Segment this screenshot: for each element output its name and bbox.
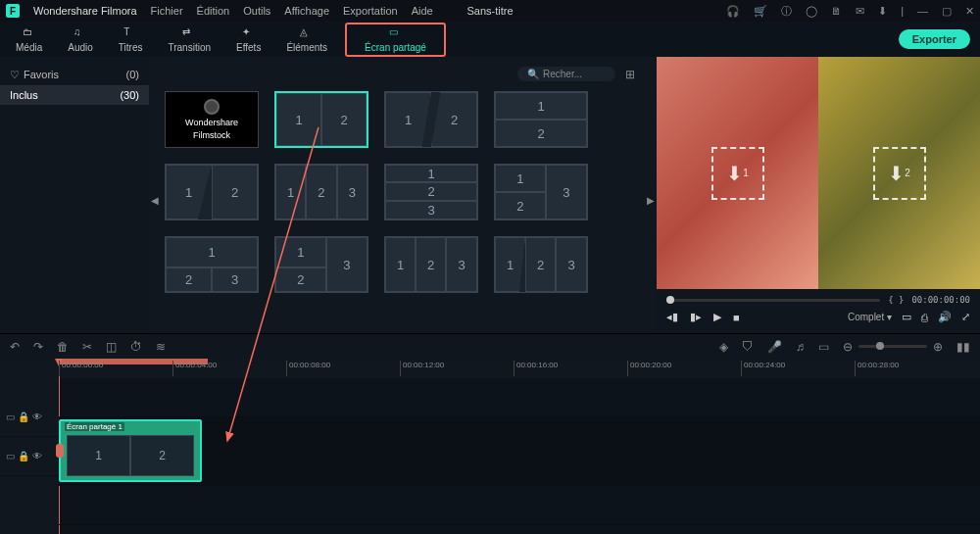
template-cell: 1: [166, 237, 258, 267]
mixer-icon[interactable]: ♬: [796, 340, 805, 354]
cart-icon[interactable]: 🛒: [754, 5, 767, 18]
template-split-diag-2[interactable]: 1 2: [384, 91, 478, 148]
clip-split-screen[interactable]: Écran partagé 1 1 2: [59, 419, 202, 482]
ruler-tick: 00:00:24:00: [741, 361, 785, 376]
speed-icon[interactable]: ⏱: [130, 340, 142, 354]
template-2x1-plus1[interactable]: 1 2 3: [494, 164, 588, 220]
zoom-in-icon[interactable]: ⊕: [933, 340, 943, 354]
template-cell: 2: [495, 120, 587, 147]
clip-label: Écran partagé 1: [65, 422, 124, 431]
track-video[interactable]: Écran partagé 1 1 2: [59, 417, 980, 486]
ruler-tick: 00:00:04:00: [172, 361, 217, 376]
preview-slot-1[interactable]: ⬇1: [657, 57, 818, 289]
save-icon[interactable]: 🗎: [831, 5, 842, 17]
track-audio[interactable]: [59, 486, 980, 525]
zoom-slider[interactable]: [858, 345, 927, 348]
track-overlay[interactable]: [59, 378, 980, 417]
prev-frame-icon[interactable]: ◂▮: [666, 311, 678, 323]
template-filmstock[interactable]: Wondershare Filmstock: [165, 91, 259, 148]
tab-titles-label: Titres: [119, 42, 143, 53]
template-cell: 1: [495, 165, 546, 192]
support-icon[interactable]: 🎧: [726, 5, 740, 18]
menu-tools[interactable]: Outils: [243, 5, 270, 17]
template-1-over-2[interactable]: 1 2 3: [165, 236, 259, 293]
info-icon[interactable]: ⓘ: [781, 4, 792, 19]
delete-icon[interactable]: 🗑: [57, 340, 69, 354]
gallery-next-icon[interactable]: ▶: [647, 195, 655, 206]
tab-titles[interactable]: TTitres: [111, 24, 151, 55]
template-cell: 3: [385, 201, 477, 219]
fullscreen-icon[interactable]: ⤢: [961, 311, 970, 323]
app-logo-icon: F: [6, 4, 20, 18]
tab-transition[interactable]: ⇄Transition: [160, 24, 219, 55]
grid-view-icon[interactable]: ⊞: [625, 68, 635, 81]
sidebar-item-included[interactable]: Inclus (30): [0, 85, 149, 105]
template-cell: 2: [416, 237, 446, 292]
ratio-icon[interactable]: ▭: [818, 340, 829, 354]
download-icon[interactable]: ⬇: [878, 5, 887, 18]
zoom-fit-icon[interactable]: ▮▮: [956, 340, 970, 354]
play-icon[interactable]: ▶: [713, 311, 721, 323]
zoom-out-icon[interactable]: ⊖: [843, 340, 853, 354]
template-split-2x1[interactable]: 1 2: [494, 91, 588, 148]
template-gallery: ◀ ▶ 🔍 Recher... ⊞ Wondershare Filmstock …: [149, 57, 657, 333]
marker-icon[interactable]: ◈: [719, 340, 728, 354]
mail-icon[interactable]: ✉: [856, 5, 864, 18]
search-input[interactable]: 🔍 Recher...: [517, 67, 615, 81]
category-toolbar: 🗀Média ♫Audio TTitres ⇄Transition ✦Effet…: [0, 22, 980, 57]
track-header-video[interactable]: ▭ 🔒 👁: [0, 437, 59, 476]
heart-icon: ♡: [10, 69, 20, 80]
tab-split-label: Écran partagé: [365, 42, 426, 53]
template-split-1x2[interactable]: 1 2: [274, 91, 368, 148]
account-icon[interactable]: ◯: [806, 5, 817, 18]
preview-seekbar[interactable]: [666, 299, 880, 302]
quality-dropdown[interactable]: Complet ▾: [848, 312, 892, 322]
template-1-split[interactable]: 1 2 3: [274, 236, 368, 293]
template-cell: 1: [385, 237, 416, 292]
template-1x3[interactable]: 1 2 3: [274, 164, 368, 220]
timeline-ruler[interactable]: 00:00:00:00 00:00:04:00 00:00:08:00 00:0…: [59, 359, 980, 378]
menu-file[interactable]: Fichier: [151, 5, 183, 17]
template-diag-half[interactable]: 1 2: [165, 164, 259, 220]
redo-icon[interactable]: ↷: [33, 340, 43, 354]
maximize-icon[interactable]: ▢: [942, 5, 952, 18]
template-skew-3[interactable]: 1 2 3: [494, 236, 588, 293]
menu-view[interactable]: Affichage: [284, 5, 329, 17]
tab-elements[interactable]: ◬Éléments: [278, 24, 335, 55]
menu-help[interactable]: Aide: [412, 5, 433, 17]
next-frame-icon[interactable]: ▮▸: [690, 311, 702, 323]
track-header-overlay[interactable]: ▭ 🔒 👁: [0, 398, 59, 437]
template-diag-3[interactable]: 1 2 3: [384, 236, 478, 293]
undo-icon[interactable]: ↶: [10, 340, 20, 354]
minimize-icon[interactable]: —: [917, 5, 928, 17]
tab-media[interactable]: 🗀Média: [8, 24, 50, 55]
volume-icon[interactable]: 🔊: [938, 311, 952, 323]
sidebar-item-favorites[interactable]: ♡Favoris (0): [0, 65, 149, 85]
template-cell: 2: [525, 237, 556, 292]
template-3row[interactable]: 1 2 3: [384, 164, 478, 220]
template-cell: 3: [337, 165, 368, 219]
shield-icon[interactable]: ⛉: [742, 340, 754, 354]
stop-icon[interactable]: ■: [733, 312, 740, 323]
mic-icon[interactable]: 🎤: [767, 340, 782, 354]
clip-handle-icon[interactable]: [56, 444, 64, 458]
snapshot-icon[interactable]: ⎙: [921, 312, 928, 323]
search-placeholder: Recher...: [543, 69, 582, 79]
gallery-prev-icon[interactable]: ◀: [151, 195, 159, 206]
export-button[interactable]: Exporter: [899, 29, 970, 49]
display-icon[interactable]: ▭: [902, 311, 911, 323]
cut-icon[interactable]: ✂: [82, 340, 92, 354]
tab-effects[interactable]: ✦Effets: [228, 24, 269, 55]
tab-audio[interactable]: ♫Audio: [60, 24, 101, 55]
tab-split-screen[interactable]: ▭Écran partagé: [345, 23, 446, 57]
crop-icon[interactable]: ◫: [106, 340, 117, 354]
template-cell: 1: [385, 92, 431, 147]
menu-export[interactable]: Exportation: [343, 5, 398, 17]
template-cell: 2: [275, 267, 326, 292]
template-cell: 2: [321, 93, 367, 146]
color-icon[interactable]: ≋: [156, 340, 166, 354]
close-icon[interactable]: ✕: [965, 5, 974, 18]
preview-slot-2[interactable]: ⬇2: [818, 57, 980, 289]
menu-edit[interactable]: Édition: [197, 5, 230, 17]
title-bar: F Wondershare Filmora Fichier Édition Ou…: [0, 0, 980, 22]
